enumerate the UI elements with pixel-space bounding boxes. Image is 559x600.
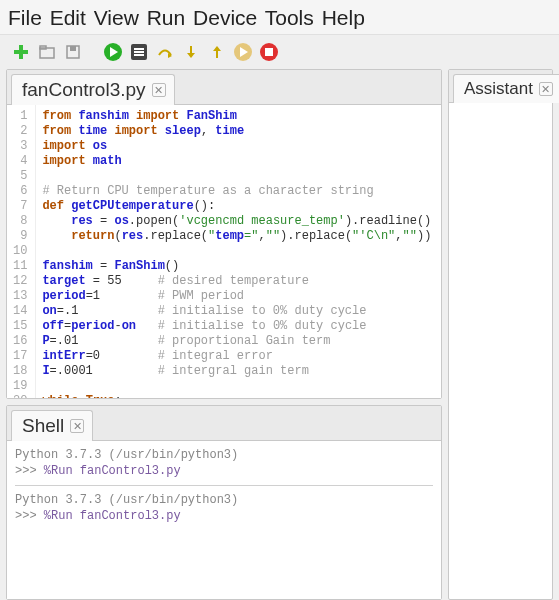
step-over-icon[interactable] [154, 41, 176, 63]
menu-device[interactable]: Device [193, 6, 257, 29]
svg-rect-11 [134, 54, 144, 56]
assistant-body [449, 103, 552, 599]
run-icon[interactable] [102, 41, 124, 63]
step-into-icon[interactable] [180, 41, 202, 63]
svg-rect-10 [134, 51, 144, 53]
code-content[interactable]: from fanshim import FanShimfrom time imp… [36, 105, 437, 398]
save-file-icon[interactable] [62, 41, 84, 63]
editor-panel: fanControl3.py ✕ 12345678910111213141516… [6, 69, 442, 399]
close-icon[interactable]: ✕ [70, 419, 84, 433]
debug-icon[interactable] [128, 41, 150, 63]
close-icon[interactable]: ✕ [539, 82, 553, 96]
editor-tab-label: fanControl3.py [22, 79, 146, 101]
new-file-icon[interactable] [10, 41, 32, 63]
svg-rect-5 [70, 46, 76, 51]
assistant-tab-label: Assistant [464, 79, 533, 99]
editor-tab-row: fanControl3.py ✕ [7, 70, 441, 105]
menu-run[interactable]: Run [147, 6, 186, 29]
tab-shell[interactable]: Shell ✕ [11, 410, 93, 441]
svg-rect-20 [265, 48, 273, 56]
close-icon[interactable]: ✕ [152, 83, 166, 97]
code-editor[interactable]: 1234567891011121314151617181920212223242… [7, 105, 441, 398]
svg-rect-9 [134, 48, 144, 50]
svg-marker-14 [187, 53, 195, 58]
menu-tools[interactable]: Tools [265, 6, 314, 29]
shell-panel: Shell ✕ Python 3.7.3 (/usr/bin/python3)>… [6, 405, 442, 600]
open-file-icon[interactable] [36, 41, 58, 63]
menu-help[interactable]: Help [322, 6, 365, 29]
line-number-gutter: 1234567891011121314151617181920212223242… [7, 105, 36, 398]
shell-output[interactable]: Python 3.7.3 (/usr/bin/python3)>>> %Run … [7, 441, 441, 599]
svg-marker-16 [213, 46, 221, 51]
tab-assistant[interactable]: Assistant ✕ [453, 74, 559, 103]
assistant-tab-row: Assistant ✕ [449, 70, 552, 103]
resume-icon[interactable] [232, 41, 254, 63]
menubar: File Edit View Run Device Tools Help [0, 0, 559, 35]
svg-rect-1 [14, 50, 28, 54]
toolbar [0, 35, 559, 69]
shell-tab-row: Shell ✕ [7, 406, 441, 441]
menu-view[interactable]: View [94, 6, 139, 29]
menu-file[interactable]: File [8, 6, 42, 29]
assistant-panel: Assistant ✕ [448, 69, 553, 600]
step-out-icon[interactable] [206, 41, 228, 63]
stop-icon[interactable] [258, 41, 280, 63]
menu-edit[interactable]: Edit [50, 6, 86, 29]
tab-fancontrol[interactable]: fanControl3.py ✕ [11, 74, 175, 105]
shell-tab-label: Shell [22, 415, 64, 437]
